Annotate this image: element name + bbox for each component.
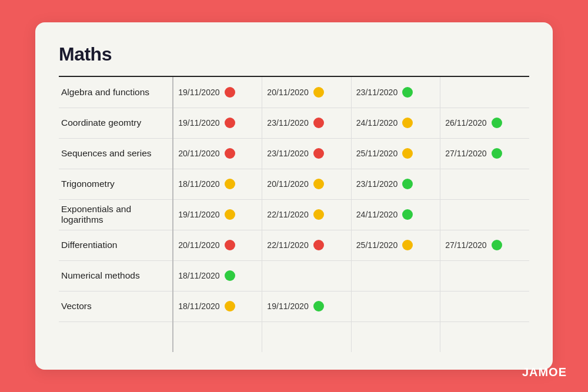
entry-cell: 19/11/2020	[173, 77, 262, 108]
entry-date: 25/11/2020	[356, 240, 397, 250]
entry-date: 19/11/2020	[178, 88, 219, 97]
entry-cell: 22/11/2020	[262, 199, 351, 230]
entry-cell	[440, 291, 529, 321]
entry-cell	[440, 77, 529, 108]
green-dot	[492, 240, 502, 250]
yellow-dot	[313, 209, 324, 220]
topic-cell: Trigonometry	[59, 169, 173, 199]
entry-date: 23/11/2020	[267, 118, 308, 128]
green-dot	[313, 301, 324, 311]
jamoe-logo: JAMOE	[522, 366, 567, 379]
yellow-dot	[225, 209, 235, 220]
yellow-dot	[313, 179, 324, 189]
green-dot	[402, 179, 413, 189]
entry-cell: 18/11/2020	[173, 260, 262, 291]
entry-date: 18/11/2020	[178, 179, 219, 189]
entry-cell: 23/11/2020	[262, 138, 351, 169]
entry-cell: 20/11/2020	[173, 138, 262, 169]
entry-cell: 19/11/2020	[173, 199, 262, 230]
entry-date: 19/11/2020	[178, 118, 219, 128]
entry-date: 19/11/2020	[267, 301, 308, 311]
entry-date: 24/11/2020	[356, 210, 397, 219]
entry-cell: 23/11/2020	[351, 169, 440, 199]
entry-date: 23/11/2020	[356, 88, 397, 97]
table-row: Exponentials and logarithms19/11/202022/…	[59, 199, 529, 230]
entry-cell: 27/11/2020	[440, 230, 529, 260]
entry-cell: 24/11/2020	[351, 108, 440, 138]
red-dot	[225, 87, 235, 98]
topic-cell: Vectors	[59, 291, 173, 321]
red-dot	[313, 240, 324, 250]
entry-date: 19/11/2020	[178, 210, 219, 219]
entry-cell	[351, 260, 440, 291]
entry-date: 23/11/2020	[356, 179, 397, 189]
topic-cell: Exponentials and logarithms	[59, 199, 173, 230]
entry-cell	[173, 321, 262, 352]
entry-cell: 23/11/2020	[262, 108, 351, 138]
yellow-dot	[313, 87, 324, 98]
entry-cell: 18/11/2020	[173, 291, 262, 321]
entry-date: 27/11/2020	[445, 240, 486, 250]
entry-date: 20/11/2020	[178, 149, 219, 158]
yellow-dot	[225, 179, 235, 189]
entry-date: 25/11/2020	[356, 149, 397, 158]
topic-cell: Algebra and functions	[59, 77, 173, 108]
entry-date: 18/11/2020	[178, 271, 219, 280]
red-dot	[225, 240, 235, 250]
entry-cell	[351, 291, 440, 321]
entry-cell	[262, 260, 351, 291]
red-dot	[313, 148, 324, 159]
table-row: Algebra and functions19/11/202020/11/202…	[59, 77, 529, 108]
entry-cell: 24/11/2020	[351, 199, 440, 230]
table-row: Coordinate geomtry19/11/202023/11/202024…	[59, 108, 529, 138]
entry-cell: 18/11/2020	[173, 169, 262, 199]
entry-date: 22/11/2020	[267, 240, 308, 250]
entry-date: 27/11/2020	[445, 149, 486, 158]
table-row	[59, 321, 529, 352]
entry-date: 18/11/2020	[178, 301, 219, 311]
entry-cell	[440, 199, 529, 230]
main-card: Maths Algebra and functions19/11/202020/…	[35, 22, 553, 370]
entry-date: 20/11/2020	[267, 88, 308, 97]
red-dot	[313, 118, 324, 128]
table-row: Vectors18/11/202019/11/2020	[59, 291, 529, 321]
entry-cell	[262, 321, 351, 352]
green-dot	[402, 209, 413, 220]
red-dot	[225, 118, 235, 128]
yellow-dot	[225, 301, 235, 311]
table-row: Differentiation20/11/202022/11/202025/11…	[59, 230, 529, 260]
entry-cell	[440, 260, 529, 291]
table-row: Sequences and series20/11/202023/11/2020…	[59, 138, 529, 169]
red-dot	[225, 148, 235, 159]
green-dot	[492, 118, 502, 128]
topics-table: Algebra and functions19/11/202020/11/202…	[59, 77, 529, 352]
table-row: Trigonometry18/11/202020/11/202023/11/20…	[59, 169, 529, 199]
topic-cell	[59, 321, 173, 352]
entry-date: 26/11/2020	[445, 118, 486, 128]
entry-cell: 20/11/2020	[173, 230, 262, 260]
entry-cell: 19/11/2020	[173, 108, 262, 138]
entry-cell: 25/11/2020	[351, 230, 440, 260]
topic-cell: Numerical methods	[59, 260, 173, 291]
green-dot	[402, 87, 413, 98]
entry-date: 22/11/2020	[267, 210, 308, 219]
entry-cell: 25/11/2020	[351, 138, 440, 169]
entry-date: 23/11/2020	[267, 149, 308, 158]
yellow-dot	[402, 240, 413, 250]
green-dot	[492, 148, 502, 159]
topic-cell: Coordinate geomtry	[59, 108, 173, 138]
entry-date: 20/11/2020	[267, 179, 308, 189]
entry-cell: 19/11/2020	[262, 291, 351, 321]
entry-cell: 26/11/2020	[440, 108, 529, 138]
topic-cell: Sequences and series	[59, 138, 173, 169]
entry-cell: 27/11/2020	[440, 138, 529, 169]
table-row: Numerical methods18/11/2020	[59, 260, 529, 291]
entry-cell	[440, 321, 529, 352]
card-title: Maths	[59, 43, 529, 65]
entry-date: 20/11/2020	[178, 240, 219, 250]
entry-cell: 23/11/2020	[351, 77, 440, 108]
entry-cell: 22/11/2020	[262, 230, 351, 260]
yellow-dot	[402, 148, 413, 159]
entry-date: 24/11/2020	[356, 118, 397, 128]
entry-cell	[440, 169, 529, 199]
